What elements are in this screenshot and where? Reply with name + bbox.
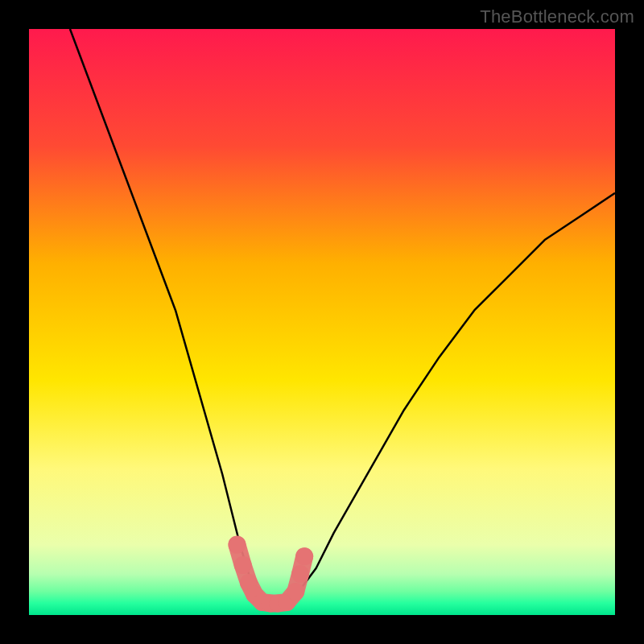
sweet-spot-point (295, 547, 313, 565)
plot-svg (29, 29, 615, 615)
chart-frame: TheBottleneck.com (0, 0, 644, 644)
sweet-spot-point (228, 536, 246, 554)
gradient-background (29, 29, 615, 615)
sweet-spot-point (234, 556, 252, 574)
plot-area (29, 29, 615, 615)
sweet-spot-point (287, 583, 304, 601)
sweet-spot-point (291, 565, 309, 583)
watermark-text: TheBottleneck.com (480, 6, 634, 27)
